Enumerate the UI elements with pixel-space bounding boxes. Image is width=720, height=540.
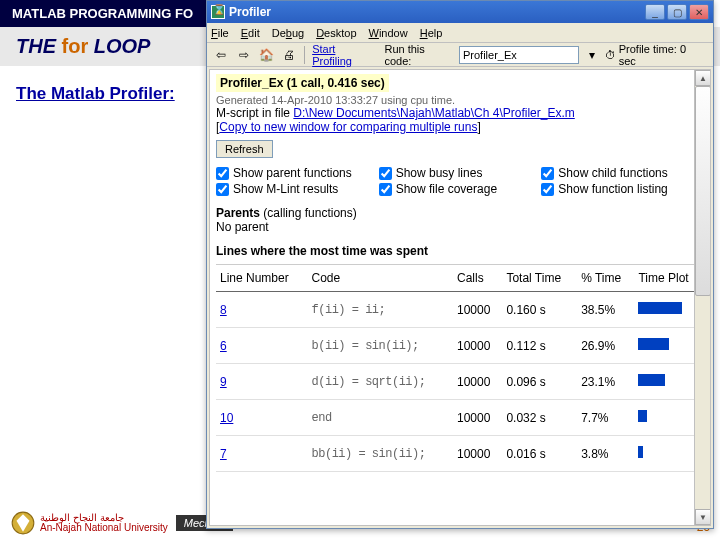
- profile-time: ⏱ Profile time: 0 sec: [605, 43, 709, 67]
- checkbox-row-2: Show M-Lint results Show file coverage S…: [216, 182, 704, 196]
- pct-cell: 7.7%: [577, 400, 634, 436]
- title-for: for: [62, 35, 89, 57]
- cb-coverage-label: Show file coverage: [396, 182, 497, 196]
- menu-window[interactable]: Window: [369, 27, 408, 39]
- cb-parent[interactable]: Show parent functions: [216, 166, 379, 180]
- pct-cell: 3.8%: [577, 436, 634, 472]
- toolbar: ⇦ ⇨ 🏠 🖨 Start Profiling Run this code: ▾…: [207, 43, 713, 67]
- time-plot-bar: [638, 410, 647, 422]
- close-button[interactable]: ✕: [689, 4, 709, 20]
- table-row: 10end100000.032 s7.7%: [216, 400, 704, 436]
- scroll-up-button[interactable]: ▲: [695, 70, 711, 86]
- run-label: Run this code:: [384, 43, 454, 67]
- line-link[interactable]: 8: [220, 303, 227, 317]
- col-total[interactable]: Total Time: [502, 265, 577, 292]
- calls-cell: 10000: [453, 364, 502, 400]
- lines-section: Lines where the most time was spent: [216, 244, 704, 258]
- scroll-thumb[interactable]: [695, 86, 711, 296]
- cb-parent-label: Show parent functions: [233, 166, 352, 180]
- generated-line: Generated 14-Apr-2010 13:33:27 using cpu…: [216, 94, 704, 106]
- code-cell: f(ii) = ii;: [308, 292, 453, 328]
- run-dropdown-button[interactable]: ▾: [582, 45, 602, 65]
- time-cell: 0.032 s: [502, 400, 577, 436]
- line-link[interactable]: 6: [220, 339, 227, 353]
- cb-mlint-label: Show M-Lint results: [233, 182, 338, 196]
- cb-coverage-input[interactable]: [379, 183, 392, 196]
- script-path-line: M-script in file D:\New Documents\Najah\…: [216, 106, 704, 120]
- cb-listing-input[interactable]: [541, 183, 554, 196]
- window-buttons: _ ▢ ✕: [645, 4, 709, 20]
- pct-cell: 26.9%: [577, 328, 634, 364]
- maximize-button[interactable]: ▢: [667, 4, 687, 20]
- col-line[interactable]: Line Number: [216, 265, 308, 292]
- university-name: جامعة النجاح الوطنية An-Najah National U…: [40, 513, 168, 533]
- vertical-scrollbar[interactable]: ▲ ▼: [694, 70, 710, 525]
- lines-title: Lines where the most time was spent: [216, 244, 428, 258]
- cb-coverage[interactable]: Show file coverage: [379, 182, 542, 196]
- menu-debug[interactable]: Debug: [272, 27, 304, 39]
- time-plot-bar: [638, 302, 682, 314]
- profiler-window: Profiler _ ▢ ✕ File Edit Debug Desktop W…: [206, 0, 714, 529]
- cb-busy-input[interactable]: [379, 167, 392, 180]
- calls-cell: 10000: [453, 400, 502, 436]
- time-plot-bar: [638, 374, 665, 386]
- checkbox-row-1: Show parent functions Show busy lines Sh…: [216, 166, 704, 180]
- menu-edit[interactable]: Edit: [241, 27, 260, 39]
- nav-forward-button[interactable]: ⇨: [234, 45, 254, 65]
- pct-cell: 38.5%: [577, 292, 634, 328]
- code-cell: end: [308, 400, 453, 436]
- home-button[interactable]: 🏠: [257, 45, 277, 65]
- uni-name-en: An-Najah National University: [40, 522, 168, 533]
- presentation-slide: MATLAB PROGRAMMING FO THE for LOOP The M…: [0, 0, 720, 540]
- run-code-input[interactable]: [459, 46, 579, 64]
- col-code[interactable]: Code: [308, 265, 453, 292]
- app-icon: [211, 5, 225, 19]
- menu-desktop[interactable]: Desktop: [316, 27, 356, 39]
- university-logo-icon: [10, 510, 36, 536]
- copy-link[interactable]: Copy to new window for comparing multipl…: [219, 120, 477, 134]
- menu-help[interactable]: Help: [420, 27, 443, 39]
- cb-parent-input[interactable]: [216, 167, 229, 180]
- profile-time-text: Profile time: 0 sec: [619, 43, 705, 67]
- cb-child[interactable]: Show child functions: [541, 166, 704, 180]
- cb-mlint[interactable]: Show M-Lint results: [216, 182, 379, 196]
- scroll-down-button[interactable]: ▼: [695, 509, 711, 525]
- title-post: LOOP: [88, 35, 150, 57]
- calls-cell: 10000: [453, 436, 502, 472]
- time-cell: 0.112 s: [502, 328, 577, 364]
- cb-busy[interactable]: Show busy lines: [379, 166, 542, 180]
- line-link[interactable]: 10: [220, 411, 233, 425]
- window-title: Profiler: [229, 5, 645, 19]
- script-path-link[interactable]: D:\New Documents\Najah\Matlab\Ch 4\Profi…: [293, 106, 574, 120]
- cb-busy-label: Show busy lines: [396, 166, 483, 180]
- refresh-button[interactable]: Refresh: [216, 140, 273, 158]
- cb-listing[interactable]: Show function listing: [541, 182, 704, 196]
- minimize-button[interactable]: _: [645, 4, 665, 20]
- code-cell: bb(ii) = sin(ii);: [308, 436, 453, 472]
- print-button[interactable]: 🖨: [279, 45, 299, 65]
- line-link[interactable]: 7: [220, 447, 227, 461]
- time-plot-bar: [638, 446, 643, 458]
- start-profiling-link[interactable]: Start Profiling: [312, 43, 377, 67]
- nav-back-button[interactable]: ⇦: [211, 45, 231, 65]
- pct-cell: 23.1%: [577, 364, 634, 400]
- table-header-row: Line Number Code Calls Total Time % Time…: [216, 265, 704, 292]
- cb-mlint-input[interactable]: [216, 183, 229, 196]
- copy-line: [Copy to new window for comparing multip…: [216, 120, 704, 134]
- calls-cell: 10000: [453, 328, 502, 364]
- time-cell: 0.016 s: [502, 436, 577, 472]
- line-link[interactable]: 9: [220, 375, 227, 389]
- cb-child-input[interactable]: [541, 167, 554, 180]
- table-row: 8f(ii) = ii;100000.160 s38.5%: [216, 292, 704, 328]
- window-titlebar[interactable]: Profiler _ ▢ ✕: [207, 1, 713, 23]
- cb-listing-label: Show function listing: [558, 182, 667, 196]
- content-inner: Profiler_Ex (1 call, 0.416 sec) Generate…: [210, 70, 710, 476]
- parents-section: Parents (calling functions) No parent: [216, 206, 704, 234]
- parents-none: No parent: [216, 220, 269, 234]
- col-pct[interactable]: % Time: [577, 265, 634, 292]
- menu-bar: File Edit Debug Desktop Window Help: [207, 23, 713, 43]
- path-prefix: M-script in file: [216, 106, 293, 120]
- cb-child-label: Show child functions: [558, 166, 667, 180]
- menu-file[interactable]: File: [211, 27, 229, 39]
- col-calls[interactable]: Calls: [453, 265, 502, 292]
